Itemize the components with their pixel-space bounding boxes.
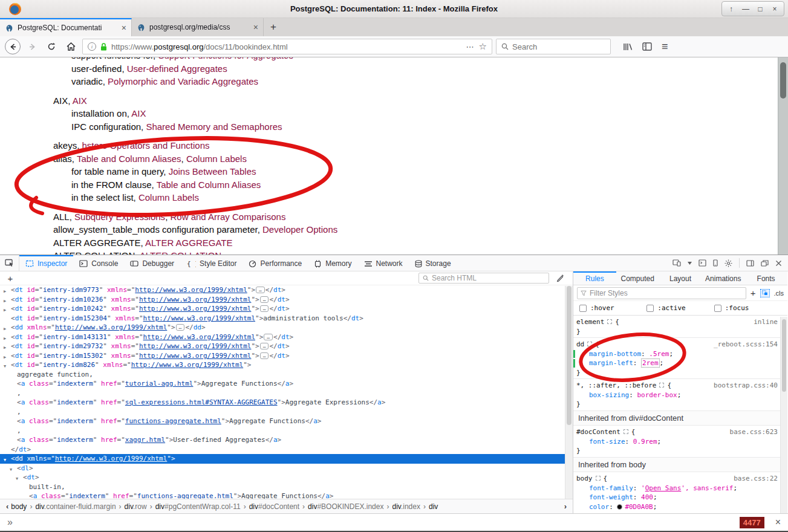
property-value[interactable]: 400	[641, 493, 653, 501]
html-tree-row[interactable]: <a class="indexterm" href="tutorial-agg.…	[0, 379, 573, 389]
page-scrollbar-thumb[interactable]	[780, 62, 786, 99]
index-link[interactable]: Shared Memory and Semaphores	[146, 122, 282, 132]
pseudo-class-active[interactable]: :active	[646, 304, 714, 312]
index-link[interactable]: ALTER AGGREGATE	[145, 238, 232, 248]
color-swatch-icon[interactable]	[617, 504, 622, 510]
sidebar-tab-fonts[interactable]: Fonts	[744, 271, 787, 285]
html-tree-row[interactable]: <a class="indexterm" href="functions-agg…	[0, 417, 573, 426]
index-link[interactable]: Row and Array Comparisons	[170, 212, 285, 222]
rule-source-link[interactable]: bootstrap.css:40	[714, 381, 778, 391]
property-name[interactable]: font-family	[589, 484, 633, 492]
search-bar[interactable]: Search	[496, 39, 611, 54]
search-html-input[interactable]: Search HTML	[418, 273, 549, 284]
index-link[interactable]: hstore Operators and Functions	[82, 140, 210, 151]
devtools-tab-console[interactable]: Console	[73, 255, 124, 271]
class-panel-toggle[interactable]: .cls	[774, 290, 784, 297]
selector-highlighter-icon[interactable]	[624, 429, 628, 434]
url-bar[interactable]: i https://www.postgresql.org/docs/11/boo…	[82, 39, 492, 54]
menu-hamburger-icon[interactable]: ≡	[662, 41, 668, 53]
devtools-tab-performance[interactable]: Performance	[243, 255, 308, 271]
attribute-value[interactable]: http://www.w3.org/1999/xhtml	[143, 333, 255, 341]
site-info-icon[interactable]: i	[88, 42, 96, 51]
rule-source-link[interactable]: _reboot.scss:154	[714, 340, 778, 349]
breadcrumb-item[interactable]: body	[11, 502, 27, 511]
index-link[interactable]: Table and Column Aliases	[157, 180, 261, 190]
library-icon[interactable]	[623, 42, 633, 51]
selector-highlighter-icon[interactable]	[607, 319, 612, 324]
devtools-tab-network[interactable]: Network	[358, 255, 409, 271]
rule-source-link[interactable]: base.css:22	[734, 474, 778, 484]
rule-selector-line[interactable]: *, ::after, ::before{bootstrap.css:40	[573, 381, 787, 391]
breadcrumb-item[interactable]: div#pgContentWrap.col-11	[155, 502, 241, 511]
attribute-value[interactable]: sql-expressions.html#SYNTAX-AGGREGATES	[125, 398, 278, 406]
html-tree-row[interactable]: ▶<dt id="ientry-idm10242" xmlns="http://…	[0, 304, 573, 314]
https-lock-icon[interactable]	[100, 43, 107, 51]
minimize-window-icon[interactable]: —	[739, 3, 752, 15]
attribute-value[interactable]: functions-aggregate.html	[137, 492, 233, 499]
add-rule-button[interactable]: +	[751, 288, 756, 298]
css-declaration[interactable]: font-size: 11.5pt;	[573, 511, 787, 513]
html-tree-row[interactable]: ▶<dt id="ientry-idm15302" xmlns="http://…	[0, 351, 573, 361]
html-tree-row-selected[interactable]: ▼<dd xmlns="http://www.w3.org/1999/xhtml…	[0, 454, 573, 464]
collapsed-ellipsis-icon[interactable]: …	[256, 287, 265, 293]
attribute-value[interactable]: http://www.w3.org/1999/xhtml	[139, 296, 251, 303]
attribute-value[interactable]: http://www.w3.org/1999/xhtml	[135, 286, 247, 294]
html-tree-row[interactable]: <a class="indexterm" href="functions-agg…	[0, 491, 573, 499]
property-name[interactable]: margin-left	[589, 359, 633, 367]
index-link[interactable]: Column Labels	[138, 192, 199, 203]
breadcrumb-item[interactable]: div.row	[125, 502, 147, 511]
rule-source-link[interactable]: inline	[754, 317, 778, 327]
property-name[interactable]: font-weight	[589, 493, 633, 501]
index-link[interactable]: Subquery Expressions	[74, 212, 165, 222]
sidebar-tab-computed[interactable]: Computed	[616, 271, 659, 285]
checkbox[interactable]	[646, 305, 654, 312]
css-declaration[interactable]: font-family: 'Open Sans', sans-serif;	[573, 484, 787, 493]
url-text[interactable]: https://www.postgresql.org/docs/11/booki…	[111, 42, 462, 51]
css-declaration[interactable]: box-sizing: border-box;	[573, 391, 787, 400]
rule-selector-line[interactable]: dd{_reboot.scss:154	[573, 340, 787, 349]
devtools-tab-style-editor[interactable]: { }Style Editor	[180, 255, 243, 271]
markup-scrollbar[interactable]	[565, 286, 573, 499]
rule-selector-line[interactable]: element{inline	[573, 317, 787, 327]
html-tree-row[interactable]: <dt id="ientry-idm152304" xmlns="http://…	[0, 314, 573, 323]
html-tree-row[interactable]: ▼<dt>	[0, 473, 573, 482]
page-actions-icon[interactable]: ⋯	[466, 42, 475, 51]
property-value[interactable]: border-box	[637, 391, 677, 399]
bottom-bar-close-icon[interactable]: ×	[775, 517, 781, 528]
property-value[interactable]: 11.5pt	[633, 512, 657, 513]
attribute-value[interactable]: http://www.w3.org/1999/xhtml	[55, 455, 167, 462]
breadcrumb-scroll-left-icon[interactable]: ‹	[4, 502, 11, 511]
attribute-value[interactable]: xaggr.html	[125, 436, 165, 444]
collapsed-ellipsis-icon[interactable]: …	[260, 305, 269, 312]
value-edit-box[interactable]: 2rem	[641, 358, 660, 368]
device-icon[interactable]	[713, 259, 718, 267]
html-tree-row[interactable]: ▶<dt id="ientry-idm9773" xmlns="http://w…	[0, 285, 573, 295]
collapsed-ellipsis-icon[interactable]: …	[264, 334, 273, 340]
devtools-tab-storage[interactable]: Storage	[409, 255, 457, 271]
index-link[interactable]: Polymorphic and Variadic Aggregates	[108, 76, 258, 86]
node-picker-icon[interactable]	[0, 255, 19, 271]
caret-down-icon[interactable]	[688, 262, 692, 265]
new-tab-button[interactable]: +	[264, 18, 283, 36]
html-tree-row[interactable]: built-in,	[0, 482, 573, 492]
attribute-value[interactable]: tutorial-agg.html	[125, 380, 194, 388]
breadcrumb-item[interactable]: div	[429, 502, 438, 511]
html-tree-row[interactable]: ,	[0, 407, 573, 417]
attribute-value[interactable]: http://www.w3.org/1999/xhtml	[143, 314, 255, 322]
bookmark-star-icon[interactable]: ☆	[479, 41, 487, 52]
html-tree-row[interactable]: ▼<dt id="ientry-idm826" xmlns="http://ww…	[0, 360, 573, 370]
shade-window-icon[interactable]: ↑	[725, 3, 738, 15]
html-tree-row[interactable]: ▶<dt id="ientry-idm143131" xmlns="http:/…	[0, 332, 573, 342]
html-tree-row[interactable]: ▼<dl>	[0, 464, 573, 473]
attribute-value[interactable]: http://www.w3.org/1999/xhtml	[139, 342, 251, 350]
css-declaration[interactable]: color: #0D0A0B;	[573, 502, 787, 512]
attribute-value[interactable]: functions-aggregate.html	[125, 417, 221, 425]
property-name[interactable]: font-size	[589, 512, 625, 513]
attribute-value[interactable]: http://www.w3.org/1999/xhtml	[55, 323, 167, 331]
rule-selector-line[interactable]: body{base.css:22	[573, 474, 787, 484]
close-icon[interactable]	[775, 260, 782, 267]
split-console-icon[interactable]	[698, 259, 706, 267]
collapsed-ellipsis-icon[interactable]: …	[260, 343, 269, 349]
pseudo-class-toggle-icon[interactable]	[760, 289, 770, 297]
index-link[interactable]: AIX	[73, 96, 87, 106]
